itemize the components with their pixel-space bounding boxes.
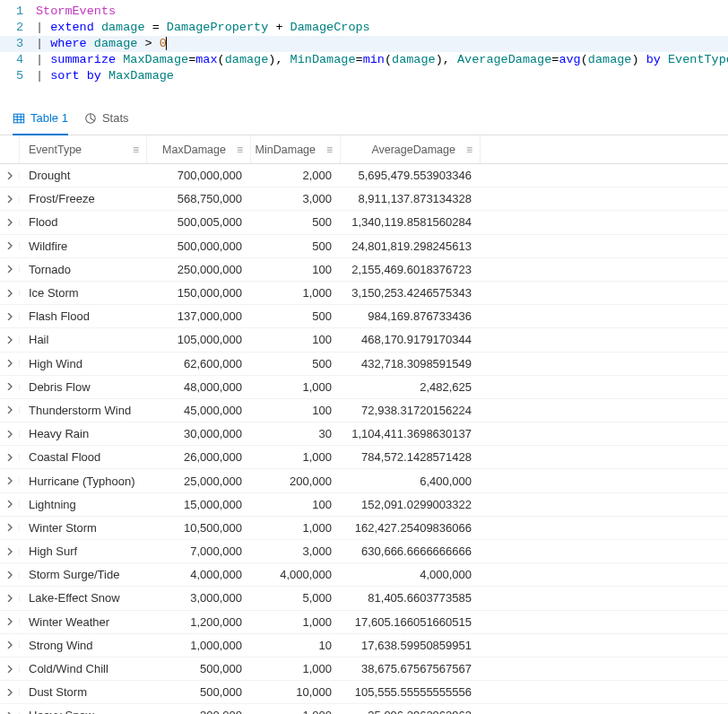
- column-header-eventtype[interactable]: EventType ≡: [20, 135, 147, 163]
- table-row[interactable]: Wildfire500,000,00050024,801,819.2982456…: [0, 235, 728, 258]
- table-row[interactable]: Dust Storm500,00010,000105,555.555555555…: [0, 681, 728, 704]
- cell-averagedamage: 72,938.31720156224: [341, 404, 481, 417]
- table-row[interactable]: Hail105,000,000100468,170.9179170344: [0, 328, 728, 352]
- table-row[interactable]: High Wind62,600,000500432,718.3098591549: [0, 353, 728, 376]
- query-editor[interactable]: 1StormEvents2| extend damage = DamagePro…: [0, 0, 728, 91]
- expand-row-icon[interactable]: [0, 196, 20, 203]
- table-row[interactable]: Flood500,005,0005001,340,119.8581560284: [0, 211, 728, 234]
- code-line[interactable]: 1StormEvents: [0, 4, 728, 20]
- expand-row-icon[interactable]: [0, 454, 20, 461]
- cell-eventtype: Winter Storm: [20, 521, 147, 535]
- expand-row-icon[interactable]: [0, 477, 20, 484]
- expand-row-icon[interactable]: [0, 571, 20, 579]
- expand-row-icon[interactable]: [0, 431, 20, 438]
- cell-averagedamage: 784,572.1428571428: [341, 450, 481, 464]
- code-line[interactable]: 5| sort by MaxDamage: [0, 68, 728, 84]
- cell-mindamage: 500: [251, 215, 341, 229]
- expand-row-icon[interactable]: [0, 548, 20, 555]
- cell-eventtype: Ice Storm: [20, 286, 147, 300]
- cell-maxdamage: 4,000,000: [147, 568, 251, 581]
- code-line[interactable]: 4| summarize MaxDamage=max(damage), MinD…: [0, 52, 728, 68]
- table-row[interactable]: Frost/Freeze568,750,0003,0008,911,137.87…: [0, 187, 728, 211]
- cell-eventtype: High Wind: [20, 357, 147, 370]
- code-content[interactable]: | summarize MaxDamage=max(damage), MinDa…: [36, 52, 728, 68]
- cell-maxdamage: 45,000,000: [147, 404, 251, 417]
- cell-maxdamage: 25,000,000: [147, 475, 251, 488]
- table-row[interactable]: Tornado250,000,0001002,155,469.601837672…: [0, 258, 728, 282]
- code-line[interactable]: 3| where damage > 0: [0, 36, 728, 52]
- cell-averagedamage: 17,605.166051660515: [341, 615, 481, 629]
- table-icon: [13, 112, 25, 125]
- code-content[interactable]: | extend damage = DamageProperty + Damag…: [36, 20, 728, 36]
- column-menu-icon[interactable]: ≡: [133, 144, 139, 155]
- expand-row-icon[interactable]: [0, 406, 20, 414]
- expand-row-icon[interactable]: [0, 666, 20, 673]
- cell-averagedamage: 468,170.9179170344: [341, 333, 481, 346]
- column-menu-icon[interactable]: ≡: [326, 144, 333, 155]
- expand-row-icon[interactable]: [0, 172, 20, 179]
- column-menu-icon[interactable]: ≡: [466, 144, 472, 155]
- table-row[interactable]: Flash Flood137,000,000500984,169.8767334…: [0, 305, 728, 328]
- table-row[interactable]: Debris Flow48,000,0001,0002,482,625: [0, 376, 728, 399]
- cell-averagedamage: 630,666.6666666666: [341, 544, 481, 558]
- expand-row-icon[interactable]: [0, 641, 20, 649]
- cell-averagedamage: 6,400,000: [341, 475, 481, 488]
- tab-stats[interactable]: Stats: [84, 106, 129, 135]
- expand-row-icon[interactable]: [0, 242, 20, 249]
- column-header-mindamage[interactable]: MinDamage ≡: [251, 135, 341, 163]
- table-row[interactable]: Ice Storm150,000,0001,0003,150,253.42465…: [0, 282, 728, 305]
- table-row[interactable]: Heavy Rain30,000,000301,104,411.36986301…: [0, 422, 728, 446]
- table-row[interactable]: Cold/Wind Chill500,0001,00038,675.675675…: [0, 657, 728, 681]
- expand-row-icon[interactable]: [0, 336, 20, 344]
- cell-mindamage: 1,000: [251, 521, 341, 535]
- table-row[interactable]: Lightning15,000,000100152,091.0299003322: [0, 493, 728, 517]
- expand-row-icon[interactable]: [0, 689, 20, 696]
- cell-mindamage: 1,000: [251, 709, 341, 714]
- column-label: EventType: [29, 144, 82, 156]
- expand-row-icon[interactable]: [0, 360, 20, 367]
- cell-eventtype: Flood: [20, 215, 147, 229]
- cell-averagedamage: 8,911,137.873134328: [341, 192, 481, 205]
- cell-maxdamage: 7,000,000: [147, 544, 251, 558]
- code-line[interactable]: 2| extend damage = DamageProperty + Dama…: [0, 20, 728, 36]
- expand-column-header: [0, 135, 20, 163]
- column-menu-icon[interactable]: ≡: [237, 144, 243, 155]
- table-row[interactable]: Winter Weather1,200,0001,00017,605.16605…: [0, 611, 728, 634]
- cell-averagedamage: 3,150,253.4246575343: [341, 286, 481, 300]
- expand-row-icon[interactable]: [0, 219, 20, 226]
- cell-maxdamage: 10,500,000: [147, 521, 251, 535]
- column-label: AverageDamage: [371, 144, 461, 156]
- table-row[interactable]: Drought700,000,0002,0005,695,479.5539033…: [0, 164, 728, 187]
- expand-row-icon[interactable]: [0, 618, 20, 625]
- column-header-spacer: [481, 135, 728, 163]
- cell-averagedamage: 432,718.3098591549: [341, 357, 481, 370]
- expand-row-icon[interactable]: [0, 524, 20, 531]
- expand-row-icon[interactable]: [0, 313, 20, 320]
- table-row[interactable]: Strong Wind1,000,0001017,638.59950859951: [0, 634, 728, 657]
- tab-table[interactable]: Table 1: [13, 106, 68, 135]
- table-row[interactable]: Storm Surge/Tide4,000,0004,000,0004,000,…: [0, 563, 728, 587]
- cell-mindamage: 3,000: [251, 192, 341, 205]
- expand-row-icon[interactable]: [0, 595, 20, 602]
- expand-row-icon[interactable]: [0, 290, 20, 297]
- code-content[interactable]: StormEvents: [36, 4, 728, 20]
- table-row[interactable]: High Surf7,000,0003,000630,666.666666666…: [0, 540, 728, 563]
- cell-maxdamage: 26,000,000: [147, 450, 251, 464]
- table-row[interactable]: Thunderstorm Wind45,000,00010072,938.317…: [0, 399, 728, 422]
- expand-row-icon[interactable]: [0, 383, 20, 390]
- cell-maxdamage: 700,000,000: [147, 169, 251, 182]
- expand-row-icon[interactable]: [0, 266, 20, 273]
- table-row[interactable]: Winter Storm10,500,0001,000162,427.25409…: [0, 517, 728, 540]
- code-content[interactable]: | where damage > 0: [36, 36, 728, 52]
- table-row[interactable]: Coastal Flood26,000,0001,000784,572.1428…: [0, 446, 728, 469]
- cell-averagedamage: 152,091.0299003322: [341, 498, 481, 511]
- table-row[interactable]: Heavy Snow300,0001,00035,996.2962962963: [0, 704, 728, 714]
- cell-mindamage: 5,000: [251, 591, 341, 605]
- code-content[interactable]: | sort by MaxDamage: [36, 68, 728, 84]
- column-header-maxdamage[interactable]: MaxDamage ≡: [147, 135, 251, 163]
- column-header-averagedamage[interactable]: AverageDamage ≡: [341, 135, 481, 163]
- grid-body: Drought700,000,0002,0005,695,479.5539033…: [0, 164, 728, 714]
- table-row[interactable]: Lake-Effect Snow3,000,0005,00081,405.660…: [0, 587, 728, 610]
- expand-row-icon[interactable]: [0, 501, 20, 508]
- table-row[interactable]: Hurricane (Typhoon)25,000,000200,0006,40…: [0, 469, 728, 492]
